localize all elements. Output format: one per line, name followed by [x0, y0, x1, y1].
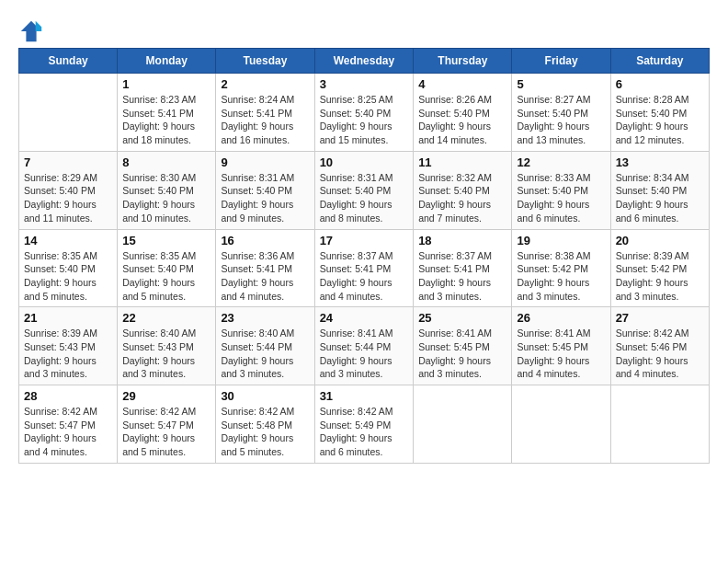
- day-info: Sunrise: 8:42 AM Sunset: 5:49 PM Dayligh…: [320, 405, 409, 459]
- day-info: Sunrise: 8:32 AM Sunset: 5:40 PM Dayligh…: [418, 171, 506, 225]
- weekday-header-thursday: Thursday: [414, 49, 512, 74]
- calendar-cell: 21Sunrise: 8:39 AM Sunset: 5:43 PM Dayli…: [19, 307, 118, 385]
- day-info: Sunrise: 8:40 AM Sunset: 5:44 PM Dayligh…: [221, 327, 309, 381]
- calendar-cell: 24Sunrise: 8:41 AM Sunset: 5:44 PM Dayli…: [314, 307, 414, 385]
- day-number: 16: [221, 234, 309, 247]
- day-info: Sunrise: 8:37 AM Sunset: 5:41 PM Dayligh…: [418, 249, 506, 304]
- day-number: 21: [24, 311, 112, 325]
- day-info: Sunrise: 8:29 AM Sunset: 5:40 PM Dayligh…: [24, 171, 112, 225]
- calendar-cell: [19, 74, 118, 152]
- day-info: Sunrise: 8:31 AM Sunset: 5:40 PM Dayligh…: [221, 171, 309, 225]
- day-info: Sunrise: 8:36 AM Sunset: 5:41 PM Dayligh…: [221, 249, 309, 304]
- day-number: 15: [122, 234, 210, 247]
- calendar-cell: 9Sunrise: 8:31 AM Sunset: 5:40 PM Daylig…: [216, 151, 314, 229]
- day-number: 6: [616, 77, 704, 91]
- weekday-header-row: SundayMondayTuesdayWednesdayThursdayFrid…: [19, 49, 710, 74]
- svg-marker-1: [36, 21, 42, 31]
- calendar-cell: [414, 385, 512, 464]
- weekday-header-monday: Monday: [118, 49, 216, 74]
- day-number: 30: [221, 389, 309, 403]
- calendar-week-5: 28Sunrise: 8:42 AM Sunset: 5:47 PM Dayli…: [19, 385, 710, 464]
- day-number: 13: [616, 155, 704, 169]
- calendar-week-4: 21Sunrise: 8:39 AM Sunset: 5:43 PM Dayli…: [19, 307, 710, 385]
- day-info: Sunrise: 8:42 AM Sunset: 5:47 PM Dayligh…: [122, 405, 210, 459]
- weekday-header-sunday: Sunday: [19, 49, 118, 74]
- day-info: Sunrise: 8:38 AM Sunset: 5:42 PM Dayligh…: [517, 249, 605, 304]
- calendar-cell: 20Sunrise: 8:39 AM Sunset: 5:42 PM Dayli…: [610, 229, 709, 307]
- day-number: 2: [221, 77, 309, 91]
- day-info: Sunrise: 8:42 AM Sunset: 5:46 PM Dayligh…: [616, 327, 704, 381]
- day-info: Sunrise: 8:33 AM Sunset: 5:40 PM Dayligh…: [517, 171, 605, 225]
- calendar-cell: 7Sunrise: 8:29 AM Sunset: 5:40 PM Daylig…: [19, 151, 118, 229]
- day-info: Sunrise: 8:30 AM Sunset: 5:40 PM Dayligh…: [122, 171, 210, 225]
- weekday-header-saturday: Saturday: [610, 49, 709, 74]
- day-number: 5: [517, 77, 605, 91]
- day-number: 1: [122, 77, 210, 91]
- day-number: 18: [418, 234, 506, 247]
- calendar-cell: 12Sunrise: 8:33 AM Sunset: 5:40 PM Dayli…: [512, 151, 610, 229]
- day-number: 8: [122, 155, 210, 169]
- day-number: 23: [221, 311, 309, 325]
- day-number: 3: [320, 77, 409, 91]
- calendar-cell: 27Sunrise: 8:42 AM Sunset: 5:46 PM Dayli…: [610, 307, 709, 385]
- day-info: Sunrise: 8:35 AM Sunset: 5:40 PM Dayligh…: [24, 249, 112, 304]
- calendar-cell: 26Sunrise: 8:41 AM Sunset: 5:45 PM Dayli…: [512, 307, 610, 385]
- day-number: 7: [24, 155, 112, 169]
- calendar-cell: [610, 385, 709, 464]
- day-number: 11: [418, 155, 506, 169]
- day-number: 12: [517, 155, 605, 169]
- day-number: 27: [616, 311, 704, 325]
- day-info: Sunrise: 8:41 AM Sunset: 5:45 PM Dayligh…: [418, 327, 506, 381]
- calendar-cell: 3Sunrise: 8:25 AM Sunset: 5:40 PM Daylig…: [314, 74, 414, 152]
- calendar-cell: 10Sunrise: 8:31 AM Sunset: 5:40 PM Dayli…: [314, 151, 414, 229]
- calendar-cell: 14Sunrise: 8:35 AM Sunset: 5:40 PM Dayli…: [19, 229, 118, 307]
- day-number: 25: [418, 311, 506, 325]
- day-number: 22: [122, 311, 210, 325]
- calendar-cell: 23Sunrise: 8:40 AM Sunset: 5:44 PM Dayli…: [216, 307, 314, 385]
- day-info: Sunrise: 8:37 AM Sunset: 5:41 PM Dayligh…: [320, 249, 409, 304]
- day-number: 9: [221, 155, 309, 169]
- calendar-cell: 13Sunrise: 8:34 AM Sunset: 5:40 PM Dayli…: [610, 151, 709, 229]
- day-number: 26: [517, 311, 605, 325]
- day-number: 31: [320, 389, 409, 403]
- weekday-header-tuesday: Tuesday: [216, 49, 314, 74]
- day-info: Sunrise: 8:42 AM Sunset: 5:47 PM Dayligh…: [24, 405, 112, 459]
- calendar-week-1: 1Sunrise: 8:23 AM Sunset: 5:41 PM Daylig…: [19, 74, 710, 152]
- calendar-cell: 16Sunrise: 8:36 AM Sunset: 5:41 PM Dayli…: [216, 229, 314, 307]
- weekday-header-wednesday: Wednesday: [314, 49, 414, 74]
- logo: [18, 18, 48, 44]
- calendar-cell: 25Sunrise: 8:41 AM Sunset: 5:45 PM Dayli…: [414, 307, 512, 385]
- day-info: Sunrise: 8:42 AM Sunset: 5:48 PM Dayligh…: [221, 405, 309, 459]
- calendar-cell: 11Sunrise: 8:32 AM Sunset: 5:40 PM Dayli…: [414, 151, 512, 229]
- day-number: 28: [24, 389, 112, 403]
- calendar-week-2: 7Sunrise: 8:29 AM Sunset: 5:40 PM Daylig…: [19, 151, 710, 229]
- calendar-cell: 17Sunrise: 8:37 AM Sunset: 5:41 PM Dayli…: [314, 229, 414, 307]
- day-info: Sunrise: 8:40 AM Sunset: 5:43 PM Dayligh…: [122, 327, 210, 381]
- header: [18, 18, 710, 44]
- calendar-cell: 2Sunrise: 8:24 AM Sunset: 5:41 PM Daylig…: [216, 74, 314, 152]
- weekday-header-friday: Friday: [512, 49, 610, 74]
- calendar-week-3: 14Sunrise: 8:35 AM Sunset: 5:40 PM Dayli…: [19, 229, 710, 307]
- day-info: Sunrise: 8:25 AM Sunset: 5:40 PM Dayligh…: [320, 93, 409, 147]
- day-info: Sunrise: 8:34 AM Sunset: 5:40 PM Dayligh…: [616, 171, 704, 225]
- day-info: Sunrise: 8:31 AM Sunset: 5:40 PM Dayligh…: [320, 171, 409, 225]
- day-number: 29: [122, 389, 210, 403]
- day-info: Sunrise: 8:27 AM Sunset: 5:40 PM Dayligh…: [517, 93, 605, 147]
- calendar-cell: 5Sunrise: 8:27 AM Sunset: 5:40 PM Daylig…: [512, 74, 610, 152]
- calendar-cell: 6Sunrise: 8:28 AM Sunset: 5:40 PM Daylig…: [610, 74, 709, 152]
- calendar-cell: 4Sunrise: 8:26 AM Sunset: 5:40 PM Daylig…: [414, 74, 512, 152]
- day-info: Sunrise: 8:39 AM Sunset: 5:43 PM Dayligh…: [24, 327, 112, 381]
- day-info: Sunrise: 8:28 AM Sunset: 5:40 PM Dayligh…: [616, 93, 704, 147]
- day-number: 20: [616, 234, 704, 247]
- day-number: 4: [418, 77, 506, 91]
- calendar-cell: [512, 385, 610, 464]
- day-number: 14: [24, 234, 112, 247]
- calendar-cell: 28Sunrise: 8:42 AM Sunset: 5:47 PM Dayli…: [19, 385, 118, 464]
- calendar-table: SundayMondayTuesdayWednesdayThursdayFrid…: [18, 48, 710, 464]
- calendar-cell: 31Sunrise: 8:42 AM Sunset: 5:49 PM Dayli…: [314, 385, 414, 464]
- calendar-cell: 29Sunrise: 8:42 AM Sunset: 5:47 PM Dayli…: [118, 385, 216, 464]
- day-number: 17: [320, 234, 409, 247]
- calendar-cell: 19Sunrise: 8:38 AM Sunset: 5:42 PM Dayli…: [512, 229, 610, 307]
- day-number: 19: [517, 234, 605, 247]
- day-info: Sunrise: 8:23 AM Sunset: 5:41 PM Dayligh…: [122, 93, 210, 147]
